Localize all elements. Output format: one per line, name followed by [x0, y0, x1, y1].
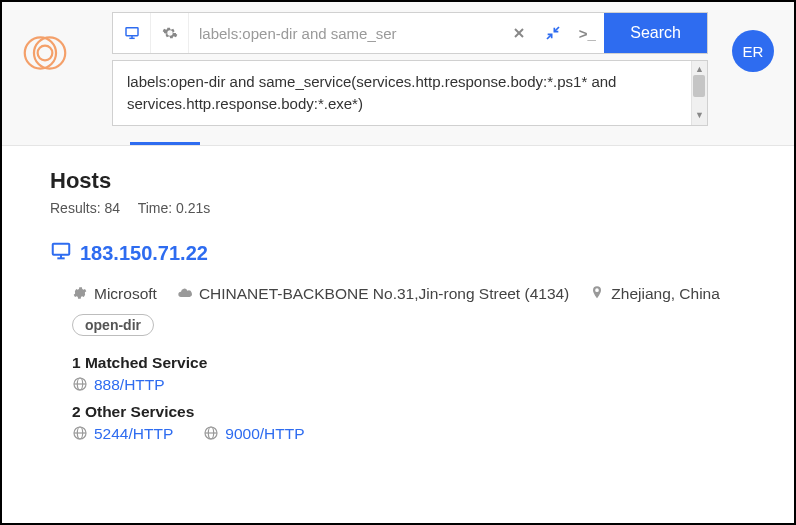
header: >_ Search labels:open-dir and same_servi… — [2, 2, 794, 146]
results-panel: Hosts Results: 84 Time: 0.21s 183.150.71… — [2, 146, 794, 466]
search-bar: >_ Search — [112, 12, 708, 54]
svg-point-2 — [38, 46, 53, 61]
globe-icon — [203, 425, 219, 444]
scrollbar[interactable]: ▲ ▼ — [691, 61, 707, 125]
service-link[interactable]: 5244/HTTP — [72, 425, 173, 444]
host-os: Microsoft — [94, 279, 157, 308]
hosts-mode-button[interactable] — [113, 13, 151, 53]
settings-button[interactable] — [151, 13, 189, 53]
service-link[interactable]: 888/HTTP — [72, 376, 165, 395]
active-tab-indicator — [130, 142, 200, 145]
svg-rect-3 — [126, 28, 138, 36]
logo — [22, 30, 72, 76]
search-input[interactable] — [189, 13, 502, 53]
results-count: Results: 84 — [50, 200, 120, 216]
matched-services-header: 1 Matched Service — [72, 354, 746, 372]
host-ip-link[interactable]: 183.150.71.22 — [50, 240, 746, 267]
host-ip: 183.150.71.22 — [80, 242, 208, 265]
terminal-icon[interactable]: >_ — [570, 13, 604, 53]
results-time: Time: 0.21s — [138, 200, 211, 216]
service-link[interactable]: 9000/HTTP — [203, 425, 304, 444]
label-tag[interactable]: open-dir — [72, 314, 154, 336]
query-text: labels:open-dir and same_service(service… — [127, 73, 616, 112]
globe-icon — [72, 425, 88, 444]
pin-icon — [589, 285, 605, 301]
collapse-icon[interactable] — [536, 13, 570, 53]
section-title: Hosts — [50, 168, 746, 194]
avatar[interactable]: ER — [732, 30, 774, 72]
clear-icon[interactable] — [502, 13, 536, 53]
host-asn: CHINANET-BACKBONE No.31,Jin-rong Street … — [199, 279, 569, 308]
svg-point-6 — [168, 31, 172, 35]
results-meta: Results: 84 Time: 0.21s — [50, 200, 746, 216]
globe-icon — [72, 376, 88, 395]
service-label: 9000/HTTP — [225, 425, 304, 443]
other-services-header: 2 Other Services — [72, 403, 746, 421]
gear-icon — [72, 285, 88, 301]
svg-rect-11 — [53, 243, 70, 254]
search-button[interactable]: Search — [604, 13, 707, 53]
cloud-icon — [177, 285, 193, 301]
service-label: 888/HTTP — [94, 376, 165, 394]
query-display: labels:open-dir and same_service(service… — [112, 60, 708, 126]
service-label: 5244/HTTP — [94, 425, 173, 443]
host-location: Zhejiang, China — [611, 279, 720, 308]
monitor-icon — [50, 240, 72, 267]
host-meta: Microsoft CHINANET-BACKBONE No.31,Jin-ro… — [72, 279, 746, 308]
